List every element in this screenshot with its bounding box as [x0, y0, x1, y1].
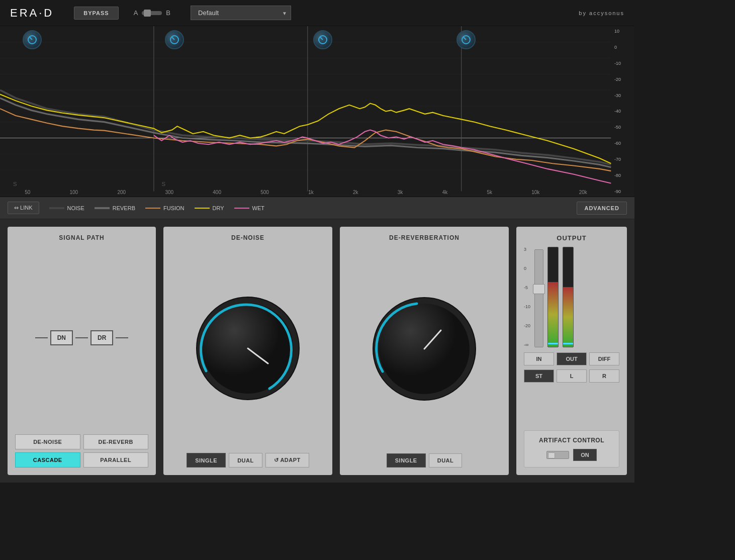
output-title: OUTPUT — [524, 234, 619, 242]
in-out-diff-buttons: IN OUT DIFF — [524, 352, 619, 365]
svg-line-23 — [464, 37, 466, 40]
btn-parallel[interactable]: PARALLEL — [83, 452, 149, 468]
svg-text:S: S — [13, 181, 17, 187]
spectrum-knob-3[interactable] — [313, 30, 332, 49]
spectrum-knob-2[interactable] — [165, 30, 184, 49]
signal-path-diagram: DN DR — [15, 249, 148, 427]
accysonus-logo: by accysonus — [579, 10, 624, 16]
db-scale: 100-10-20-30-40-50-60-70-80-90 — [612, 26, 634, 197]
denoise-knob-wrapper[interactable] — [195, 296, 301, 401]
level-indicator-right — [563, 343, 573, 344]
st-button[interactable]: ST — [524, 369, 554, 383]
dereverberation-dual-button[interactable]: DUAL — [429, 453, 463, 468]
signal-path-panel: SIGNAL PATH DN DR DE-NOISE DE-REVERB CAS… — [8, 227, 156, 475]
signal-line-right — [116, 337, 128, 338]
link-button[interactable]: ⇔ LINK — [8, 202, 39, 214]
svg-text:S: S — [161, 181, 165, 187]
artifact-control: ARTIFACT CONTROL ON — [524, 430, 619, 468]
r-button[interactable]: R — [589, 369, 619, 383]
artifact-slider[interactable] — [546, 451, 569, 459]
denoise-adapt-button[interactable]: ↺ ADAPT — [265, 453, 309, 468]
denoise-panel: DE-NOISE — [163, 227, 332, 475]
fader-track[interactable] — [534, 249, 543, 347]
output-panel: OUTPUT 30-5-10-20-∞ — [516, 227, 627, 475]
artifact-controls: ON — [530, 449, 613, 461]
denoise-buttons: SINGLE DUAL ↺ ADAPT — [187, 453, 309, 468]
dereverberation-knob-container — [372, 249, 477, 448]
dry-line — [195, 208, 210, 209]
signal-box-dr: DR — [90, 330, 113, 345]
header: ERA·D BYPASS A B Default by accysonus — [0, 0, 634, 26]
l-button[interactable]: L — [557, 369, 587, 383]
signal-flow: DN DR — [35, 330, 129, 345]
ab-slider[interactable] — [142, 11, 162, 15]
out-button[interactable]: OUT — [557, 352, 587, 365]
in-button[interactable]: IN — [524, 352, 554, 365]
svg-line-19 — [172, 37, 174, 40]
btn-cascade[interactable]: CASCADE — [15, 452, 80, 468]
signal-line-left — [35, 337, 48, 338]
signal-buttons: DE-NOISE DE-REVERB CASCADE PARALLEL — [15, 434, 148, 468]
legend-reverb: REVERB — [95, 205, 135, 211]
level-fill-right — [563, 287, 573, 347]
spectrum-knob-4[interactable] — [456, 30, 476, 49]
dereverberation-title: DE-REVERBERATION — [389, 234, 460, 241]
app-container: ERA·D BYPASS A B Default by accysonus — [0, 0, 634, 483]
svg-rect-0 — [0, 26, 611, 191]
artifact-on-button[interactable]: ON — [573, 449, 597, 461]
st-l-r-buttons: ST L R — [524, 369, 619, 383]
level-meter-right — [563, 247, 574, 347]
svg-line-21 — [320, 37, 323, 40]
signal-path-title: SIGNAL PATH — [59, 234, 104, 241]
advanced-button[interactable]: ADVANCED — [577, 202, 627, 215]
dereverberation-panel: DE-REVERBERATION — [340, 227, 509, 475]
preset-dropdown[interactable]: Default — [191, 6, 291, 20]
denoise-title: DE-NOISE — [231, 234, 264, 241]
denoise-dual-button[interactable]: DUAL — [229, 453, 262, 468]
artifact-control-title: ARTIFACT CONTROL — [530, 437, 613, 444]
logo: ERA·D — [10, 7, 54, 20]
legend-bar: ⇔ LINK NOISE REVERB FUSION DRY WET ADVAN… — [0, 197, 634, 219]
fader-handle[interactable] — [533, 284, 545, 294]
reverb-line — [95, 207, 110, 209]
ab-section: A B — [134, 9, 170, 17]
main-content: SIGNAL PATH DN DR DE-NOISE DE-REVERB CAS… — [0, 219, 634, 483]
dereverberation-knob-svg — [372, 296, 477, 402]
denoise-knob-container — [195, 249, 301, 448]
spectrum-knob-1[interactable] — [23, 30, 42, 49]
ab-a-label: A — [134, 9, 138, 17]
dereverberation-knob-wrapper[interactable] — [372, 296, 477, 402]
preset-wrapper[interactable]: Default — [191, 6, 291, 20]
level-fill-left — [548, 282, 558, 347]
freq-scale: 501002003004005001k2k3k4k5k10k20k — [0, 188, 612, 197]
level-indicator-left — [548, 343, 558, 344]
fusion-line — [145, 208, 160, 209]
signal-box-dn: DN — [50, 330, 73, 345]
bypass-button[interactable]: BYPASS — [74, 7, 118, 20]
legend-dry: DRY — [195, 205, 224, 211]
level-meter-left — [547, 247, 559, 347]
signal-line-mid — [75, 337, 88, 338]
btn-denoise[interactable]: DE-NOISE — [15, 434, 80, 449]
dereverberation-buttons: SINGLE DUAL — [387, 453, 463, 468]
denoise-single-button[interactable]: SINGLE — [187, 453, 226, 468]
meter-scale: 30-5-10-20-∞ — [524, 247, 530, 347]
fader-container — [534, 247, 543, 347]
dereverberation-single-button[interactable]: SINGLE — [387, 453, 426, 468]
legend-wet: WET — [234, 205, 264, 211]
legend-noise: NOISE — [49, 205, 84, 211]
meter-section: 30-5-10-20-∞ — [524, 247, 619, 347]
diff-button[interactable]: DIFF — [589, 352, 619, 365]
btn-deverb[interactable]: DE-REVERB — [83, 434, 149, 449]
noise-line — [49, 207, 64, 209]
spectrum-analyzer: S S 100-10-20-30-40-50- — [0, 26, 634, 197]
denoise-knob-svg — [195, 296, 301, 401]
svg-line-17 — [30, 37, 32, 40]
legend-fusion: FUSION — [145, 205, 185, 211]
ab-b-label: B — [166, 9, 170, 17]
wet-line — [234, 208, 249, 209]
spectrum-svg: S S — [0, 26, 634, 197]
